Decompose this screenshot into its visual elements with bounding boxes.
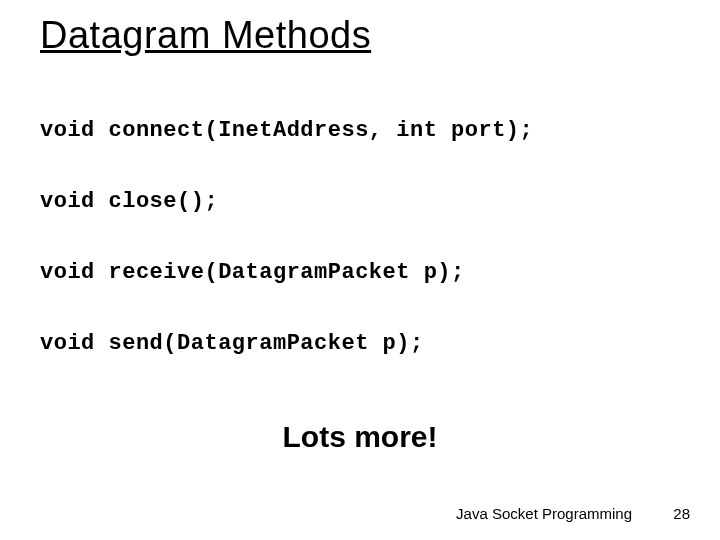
method-list: void connect(InetAddress, int port); voi… <box>40 118 680 402</box>
method-signature: void close(); <box>40 189 680 214</box>
method-signature: void receive(DatagramPacket p); <box>40 260 680 285</box>
method-signature: void connect(InetAddress, int port); <box>40 118 680 143</box>
lots-more-note: Lots more! <box>0 420 720 454</box>
slide: Datagram Methods void connect(InetAddres… <box>0 0 720 540</box>
footer-label: Java Socket Programming <box>456 505 632 522</box>
page-number: 28 <box>673 505 690 522</box>
slide-title: Datagram Methods <box>40 14 371 57</box>
method-signature: void send(DatagramPacket p); <box>40 331 680 356</box>
